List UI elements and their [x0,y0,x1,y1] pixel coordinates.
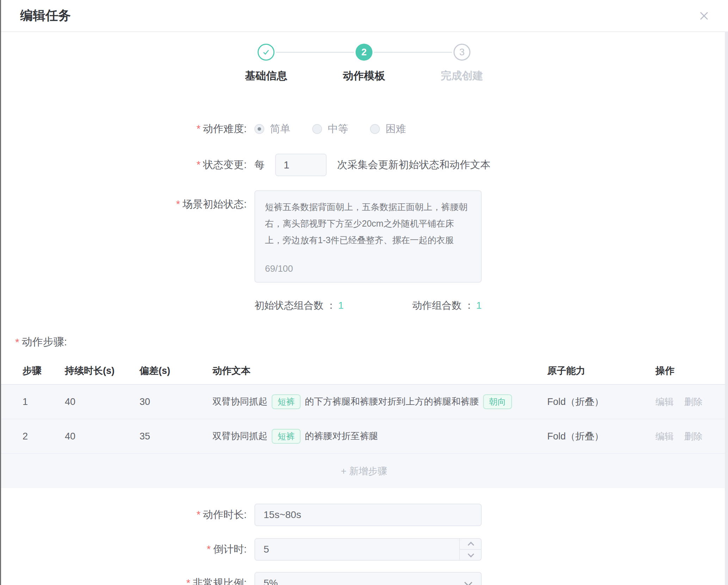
required-marker: * [197,159,200,170]
action-steps-section-label: * 动作步骤: [15,335,728,349]
cell-operations: 编辑删除 [655,396,728,408]
required-marker: * [15,336,19,348]
delete-link[interactable]: 删除 [684,396,703,407]
number-spinner [459,538,482,561]
step-check-icon [258,44,274,61]
dialog-scrollbar-track[interactable] [725,32,728,585]
chevron-up-icon [468,542,474,548]
step-complete-creation: 3 完成创建 [413,44,511,83]
action-combo-count: 动作组合数 ：1 [412,299,482,312]
radio-unchecked-icon [312,124,322,134]
col-deviation: 偏差(s) [140,364,212,377]
cell-action-text: 双臂协同抓起短裤的裤腰对折至裤腿 [212,429,547,444]
state-change-row: *状态变更: 每 1 次采集会更新初始状态和动作文本 [0,154,728,176]
radio-unchecked-icon [370,124,380,134]
char-counter: 69/100 [265,260,293,277]
step-label: 动作模板 [343,69,385,83]
cell-atomic-ability: Fold（折叠） [547,395,655,408]
object-tag: 短裤 [272,394,301,410]
required-marker: * [207,543,211,555]
difficulty-radio-group: 简单 中等 困难 [254,122,428,136]
initial-state-label: *场景初始状态: [0,190,247,211]
add-step-button[interactable]: + 新增步骤 [0,454,728,488]
unusual-ratio-select[interactable]: 5% [254,572,482,585]
dialog-title: 编辑任务 [20,7,71,24]
unusual-ratio-row: *非常规比例: 5% [0,572,728,585]
edit-link[interactable]: 编辑 [655,396,674,407]
required-marker: * [197,509,200,520]
initial-state-text: 短裤五条数据背面朝上，五条数据正面朝上，裤腰朝右，离头部视野下方至少20cm之外… [265,202,468,245]
close-icon [698,17,710,23]
cell-atomic-ability: Fold（折叠） [547,430,655,443]
table-row: 2 40 35 双臂协同抓起短裤的裤腰对折至裤腿 Fold（折叠） 编辑删除 [0,419,728,454]
initial-state-row: *场景初始状态: 短裤五条数据背面朝上，五条数据正面朝上，裤腰朝右，离头部视野下… [0,190,728,283]
radio-easy[interactable]: 简单 [254,122,290,136]
cell-duration: 40 [65,431,140,442]
action-steps-table: 步骤 持续时长(s) 偏差(s) 动作文本 原子能力 操作 1 40 30 双臂… [0,357,728,488]
cell-deviation: 30 [140,396,212,407]
required-marker: * [176,198,180,210]
countdown-label: *倒计时: [0,542,247,556]
table-header-row: 步骤 持续时长(s) 偏差(s) 动作文本 原子能力 操作 [0,357,728,385]
combos-row: 初始状态组合数 ：1 动作组合数 ：1 [0,299,728,312]
table-row: 1 40 30 双臂协同抓起短裤的下方裤腿和裤腰对折到上方的裤腿和裤腰朝向 Fo… [0,385,728,419]
action-duration-input[interactable]: 15s~80s [254,504,482,526]
edit-task-dialog: 编辑任务 基础信息 2 动作模板 3 完成创建 [0,0,728,585]
col-atomic-ability: 原子能力 [547,364,655,377]
required-marker: * [197,123,200,134]
object-tag: 短裤 [272,429,301,444]
countdown-row: *倒计时: 5 [0,538,728,561]
initial-combo-count: 初始状态组合数 ：1 [254,299,344,312]
col-operations: 操作 [655,364,728,377]
state-change-input[interactable]: 1 [275,154,327,176]
action-duration-label: *动作时长: [0,508,247,522]
delete-link[interactable]: 删除 [684,431,703,442]
state-change-prefix: 每 [254,158,265,172]
initial-combo-value: 1 [338,300,344,311]
radio-medium[interactable]: 中等 [312,122,348,136]
action-duration-row: *动作时长: 15s~80s [0,504,728,526]
step-basic-info: 基础信息 [217,44,315,83]
countdown-input[interactable]: 5 [254,538,482,561]
action-combo-value: 1 [476,300,482,311]
cell-duration: 40 [65,396,140,407]
decrement-button[interactable] [460,550,482,561]
step-label: 基础信息 [245,69,287,83]
unusual-ratio-label: *非常规比例: [0,576,247,585]
template-form: *动作难度: 简单 中等 困难 *状态变更: 每 1 [0,122,728,312]
close-button[interactable] [696,8,712,24]
state-change-label: *状态变更: [0,158,247,172]
step-label: 完成创建 [441,69,483,83]
select-chevron-down-icon [464,579,473,585]
col-action-text: 动作文本 [212,364,547,377]
wizard-steps: 基础信息 2 动作模板 3 完成创建 [0,44,728,83]
col-step: 步骤 [23,364,65,377]
step-action-template: 2 动作模板 [315,44,413,83]
radio-checked-icon [254,124,264,134]
edit-link[interactable]: 编辑 [655,431,674,442]
step-number: 3 [454,44,470,61]
orientation-tag: 朝向 [483,394,512,410]
state-change-suffix: 次采集会更新初始状态和动作文本 [337,158,491,172]
page-background-edge [0,0,1,585]
cell-step: 2 [23,431,65,442]
initial-state-textarea[interactable]: 短裤五条数据背面朝上，五条数据正面朝上，裤腰朝右，离头部视野下方至少20cm之外… [254,190,482,283]
cell-action-text: 双臂协同抓起短裤的下方裤腿和裤腰对折到上方的裤腿和裤腰朝向 [212,394,547,410]
cell-step: 1 [23,396,65,407]
chevron-down-icon [468,551,474,557]
dialog-header: 编辑任务 [0,0,728,32]
bottom-form: *动作时长: 15s~80s *倒计时: 5 *非常规比例: [0,504,728,585]
cell-deviation: 35 [140,431,212,442]
cell-operations: 编辑删除 [655,430,728,443]
required-marker: * [186,577,190,585]
step-number: 2 [356,44,372,61]
difficulty-row: *动作难度: 简单 中等 困难 [0,122,728,136]
increment-button[interactable] [460,538,482,550]
difficulty-label: *动作难度: [0,122,247,136]
col-duration: 持续时长(s) [65,364,140,377]
radio-hard[interactable]: 困难 [370,122,406,136]
